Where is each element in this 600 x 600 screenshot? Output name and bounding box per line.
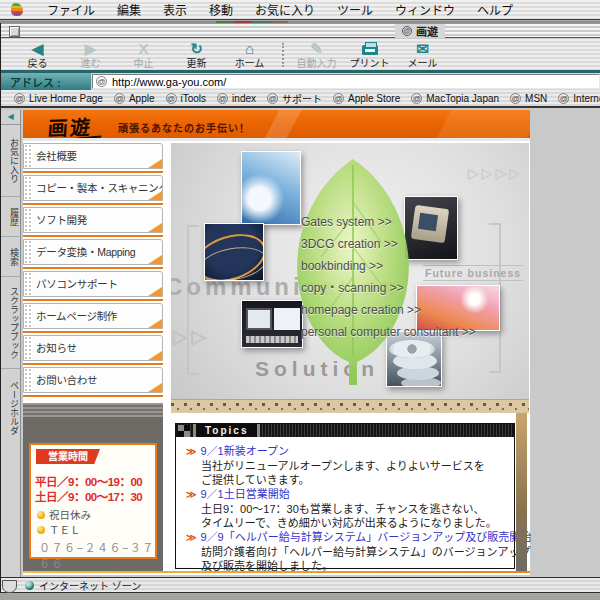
decor-triangles-bottom: ▷▷ bbox=[173, 325, 210, 348]
stop-button[interactable]: X 中止 bbox=[117, 41, 170, 69]
nav-pc-support[interactable]: パソコンサポート bbox=[23, 271, 163, 297]
menu-favorites[interactable]: お気に入り bbox=[244, 1, 326, 18]
favorite-label: MSN bbox=[525, 93, 547, 104]
nav-label: パソコンサポート bbox=[36, 276, 118, 291]
address-input[interactable]: @ http://www.ga-you.com/ bbox=[92, 74, 600, 89]
favorite-label: index bbox=[232, 93, 256, 104]
nav-news[interactable]: お知らせ bbox=[23, 335, 163, 361]
mail-button[interactable]: ✉ メール bbox=[396, 41, 449, 69]
address-url-text: http://www.ga-you.com/ bbox=[112, 76, 226, 88]
site-slogan: 頑張るあなたのお手伝い！ bbox=[118, 120, 250, 135]
favorite-mactopia-japan[interactable]: @MacTopia Japan bbox=[411, 93, 499, 104]
favorite-msn[interactable]: @MSN bbox=[510, 93, 547, 104]
menu-edit[interactable]: 編集 bbox=[106, 1, 152, 18]
menu-window[interactable]: ウィンドウ bbox=[384, 1, 466, 18]
tab-favorites[interactable]: お気に入り bbox=[1, 125, 21, 197]
site-logo[interactable]: 画遊 bbox=[47, 111, 93, 141]
nav-homepage-production[interactable]: ホームページ制作 bbox=[23, 303, 163, 329]
topic-link-reopen[interactable]: ≫9／1新装オープン bbox=[186, 444, 506, 459]
sidebar-resize-handle[interactable] bbox=[2, 580, 17, 593]
favorite-icon: @ bbox=[510, 93, 521, 104]
menu-file[interactable]: ファイル bbox=[36, 1, 106, 18]
link-homepage-creation[interactable]: homepage creation >> bbox=[301, 299, 476, 321]
nav-label: ホームページ制作 bbox=[36, 308, 117, 323]
bullet-dot-icon bbox=[37, 511, 45, 519]
page-right-decor-strip bbox=[516, 413, 527, 571]
arrow-bullet-icon: ≫ bbox=[186, 488, 196, 502]
print-button[interactable]: プリント bbox=[343, 41, 396, 69]
nav-data-conversion-mapping[interactable]: データ変換・Mapping bbox=[23, 239, 163, 265]
site-nav: 会社概要 コピー・製本・スキャニング ソフト開発 データ変換・Mapping パ… bbox=[23, 143, 163, 399]
refresh-button[interactable]: ↻ 更新 bbox=[170, 41, 223, 69]
favorite-index[interactable]: @index bbox=[217, 93, 256, 104]
link-3dcg-creation[interactable]: 3DCG creation >> bbox=[301, 233, 476, 255]
bullet-dot-icon bbox=[37, 526, 45, 534]
topics-title: Topics bbox=[193, 424, 260, 437]
favorite-icon: @ bbox=[166, 93, 177, 104]
topics-section: Topics ≫9／1新装オープン 当社がリニューアルオープンします、よりよいサ… bbox=[175, 423, 515, 569]
topic-body-line: 土日9：00〜17：30も営業します、チャンスを逃さない、 bbox=[201, 502, 506, 516]
favorite-icon: @ bbox=[411, 93, 422, 104]
topic-link-weekend-open[interactable]: ≫9／1土日営業開始 bbox=[186, 487, 506, 502]
hours-weekend: 土日／9：00〜17：30 bbox=[35, 488, 142, 504]
link-pc-consultant[interactable]: personal computer consultant >> bbox=[301, 321, 476, 343]
nav-separator bbox=[23, 363, 163, 365]
tab-history[interactable]: 履歴 bbox=[1, 197, 21, 237]
refresh-arrows-icon: ↻ bbox=[170, 41, 223, 58]
topic-link-helper-system[interactable]: ≫9／9「ヘルパー給与計算システム」バージョンアップ及び販売開始 bbox=[186, 530, 506, 545]
menu-view[interactable]: 表示 bbox=[152, 1, 198, 18]
header-decor-stripe bbox=[260, 110, 303, 141]
url-favicon-icon: @ bbox=[96, 76, 107, 87]
menu-tools[interactable]: ツール bbox=[326, 1, 384, 18]
autofill-pen-icon: ✎ bbox=[290, 41, 343, 58]
link-bookbinding[interactable]: bookbinding >> bbox=[301, 255, 476, 277]
nav-label: ソフト開発 bbox=[36, 212, 87, 227]
nav-copy-binding-scanning[interactable]: コピー・製本・スキャニング bbox=[23, 175, 163, 201]
os-menu-bar: ファイル 編集 表示 移動 お気に入り ツール ウィンドウ ヘルプ bbox=[0, 0, 600, 20]
decor-triangles-top: ▷▷▷▷ bbox=[468, 165, 523, 181]
apple-menu-icon[interactable] bbox=[11, 3, 23, 16]
menu-go[interactable]: 移動 bbox=[198, 1, 244, 18]
nav-label: 会社概要 bbox=[36, 148, 77, 163]
favorite-itools[interactable]: @iTools bbox=[166, 93, 207, 104]
nav-company-profile[interactable]: 会社概要 bbox=[23, 143, 163, 169]
nav-separator bbox=[23, 299, 163, 301]
hero-service-links: Gates system >> 3DCG creation >> bookbin… bbox=[301, 211, 476, 343]
favorite-support[interactable]: @サポート bbox=[267, 91, 322, 106]
header-decor-stripe bbox=[432, 110, 530, 141]
nav-separator bbox=[23, 331, 163, 333]
close-box[interactable] bbox=[9, 26, 20, 37]
favorite-live-home-page[interactable]: @Live Home Page bbox=[14, 93, 103, 104]
hours-weekday: 平日／9：00〜19：00 bbox=[35, 473, 142, 489]
favorite-apple-store[interactable]: @Apple Store bbox=[333, 93, 400, 104]
favorite-label: Internet Explorer bbox=[573, 93, 600, 104]
favorite-label: MacTopia Japan bbox=[426, 93, 499, 104]
nav-software-development[interactable]: ソフト開発 bbox=[23, 207, 163, 233]
home-button[interactable]: ⌂ ホーム bbox=[223, 41, 276, 69]
favorite-apple[interactable]: @Apple bbox=[114, 93, 155, 104]
webpage: 画遊 頑張るあなたのお手伝い！ 会社概要 コピー・製本・スキャニング ソフト開発… bbox=[23, 110, 530, 575]
explorer-bar-tabstrip: ◀ お気に入り 履歴 検索 スクラップブック ページホルダ bbox=[1, 110, 21, 577]
topic-title-text: 9／1土日営業開始 bbox=[200, 487, 289, 501]
tab-search[interactable]: 検索 bbox=[1, 237, 21, 277]
nav-separator bbox=[23, 395, 163, 397]
favorite-internet-explorer[interactable]: @Internet Explorer bbox=[558, 93, 600, 104]
link-copy-scanning[interactable]: copy・scanning >> bbox=[301, 277, 476, 299]
nav-separator bbox=[23, 203, 163, 205]
tab-page-holder[interactable]: ページホルダ bbox=[1, 369, 21, 447]
arrow-bullet-icon: ≫ bbox=[186, 531, 196, 545]
link-gates-system[interactable]: Gates system >> bbox=[301, 211, 476, 233]
menu-help[interactable]: ヘルプ bbox=[466, 1, 524, 18]
nav-label: お問い合わせ bbox=[36, 372, 97, 387]
collapse-sidebar-button[interactable]: ◀ bbox=[1, 110, 20, 125]
forward-button[interactable]: ▶ 進む bbox=[64, 41, 117, 69]
window-title-bar[interactable]: @ 画遊 bbox=[1, 23, 600, 38]
site-header: 画遊 頑張るあなたのお手伝い！ bbox=[23, 110, 530, 141]
favorite-label: サポート bbox=[282, 91, 322, 106]
security-zone-text: インターネット ゾーン bbox=[39, 578, 141, 593]
favorite-icon: @ bbox=[114, 93, 125, 104]
tab-scrapbook[interactable]: スクラップブック bbox=[1, 277, 21, 369]
back-button[interactable]: ◀ 戻る bbox=[11, 41, 64, 69]
autofill-button[interactable]: ✎ 自動入力 bbox=[290, 41, 343, 69]
nav-contact[interactable]: お問い合わせ bbox=[23, 367, 163, 393]
